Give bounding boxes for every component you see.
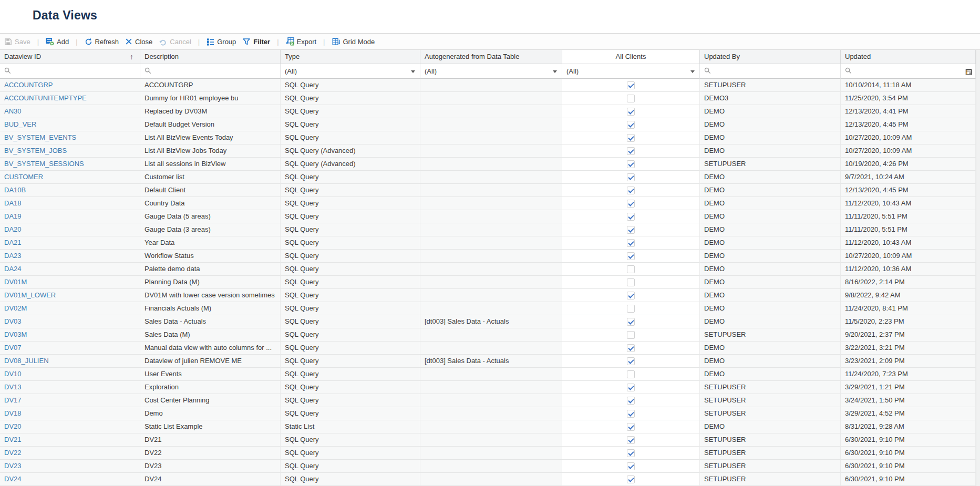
vertical-scrollbar[interactable] [976,50,980,486]
dataview-id-link[interactable]: DV10 [4,370,22,378]
column-header-id[interactable]: Dataview ID↑ [0,50,140,64]
all-clients-checkbox[interactable] [627,173,635,181]
dataview-id-link[interactable]: DV13 [4,383,22,391]
cell-autogenerated [420,158,562,171]
all-clients-checkbox[interactable] [627,292,635,299]
all-clients-checkbox[interactable] [627,200,635,208]
filter-description[interactable] [140,64,281,79]
refresh-button[interactable]: Refresh [85,38,119,46]
dataview-id-link[interactable]: DA21 [4,239,22,246]
filter-type[interactable]: (All) [281,64,420,79]
dataview-id-link[interactable]: DV22 [4,449,22,457]
filter-all_clients[interactable]: (All) [562,64,700,79]
dataview-id-link[interactable]: DV01M [4,278,27,286]
cell-id: BV_SYSTEM_EVENTS [0,131,140,144]
all-clients-checkbox[interactable] [627,475,635,483]
dataview-id-link[interactable]: DV17 [4,396,22,404]
all-clients-checkbox[interactable] [627,278,635,286]
dataview-id-link[interactable]: DV07 [4,344,22,351]
sort-ascending-icon: ↑ [130,50,133,64]
all-clients-checkbox[interactable] [627,213,635,221]
all-clients-checkbox[interactable] [627,239,635,247]
all-clients-checkbox[interactable] [627,252,635,260]
all-clients-checkbox[interactable] [627,449,635,457]
table-row: DV03MSales Data (M)SQL QuerySETUPUSER9/2… [0,328,976,342]
all-clients-checkbox[interactable] [627,187,635,194]
grid-mode-button[interactable]: Grid Mode [332,38,375,46]
dataview-id-link[interactable]: AN30 [4,107,22,115]
cell-autogenerated [420,473,562,486]
column-header-type[interactable]: Type [281,50,420,64]
dataview-id-link[interactable]: ACCOUNTUNITEMPTYPE [4,94,87,102]
dataview-id-link[interactable]: BUD_VER [4,120,36,128]
all-clients-checkbox[interactable] [627,305,635,313]
all-clients-checkbox[interactable] [627,160,635,168]
dataview-id-link[interactable]: DV02M [4,304,27,312]
dataview-id-link[interactable]: DA20 [4,225,22,233]
all-clients-checkbox[interactable] [627,81,635,89]
dataview-id-link[interactable]: DA18 [4,199,22,207]
dataview-id-link[interactable]: DA24 [4,265,22,273]
all-clients-checkbox[interactable] [627,370,635,378]
dataview-id-link[interactable]: DV23 [4,462,22,470]
search-icon [845,67,852,76]
page-title: Data Views [33,8,97,23]
all-clients-checkbox[interactable] [627,436,635,444]
dataview-id-link[interactable]: BV_SYSTEM_EVENTS [4,133,76,141]
all-clients-checkbox[interactable] [627,318,635,326]
column-header-updated_by[interactable]: Updated By [700,50,841,64]
dataview-id-link[interactable]: DA23 [4,252,22,260]
dataview-id-link[interactable]: DA19 [4,212,22,220]
cell-updated_by: DEMO [700,250,841,263]
dataview-id-link[interactable]: DV01M_LOWER [4,291,56,299]
dataview-id-link[interactable]: DV24 [4,475,22,483]
all-clients-checkbox[interactable] [627,344,635,352]
filter-autogenerated[interactable]: (All) [420,64,562,79]
cell-updated_by: DEMO [700,420,841,433]
group-button[interactable]: Group [207,38,236,46]
dataview-id-link[interactable]: DV03 [4,317,22,325]
dataview-id-link[interactable]: DV21 [4,436,22,443]
column-header-description[interactable]: Description [140,50,281,64]
all-clients-checkbox[interactable] [627,423,635,431]
all-clients-checkbox[interactable] [627,384,635,391]
cell-updated: 10/27/2020, 10:09 AM [841,144,976,158]
all-clients-checkbox[interactable] [627,108,635,116]
all-clients-checkbox[interactable] [627,410,635,418]
column-header-all_clients[interactable]: All Clients [562,50,700,64]
all-clients-checkbox[interactable] [627,134,635,142]
cell-all_clients [562,407,700,420]
dataview-id-link[interactable]: BV_SYSTEM_SESSIONS [4,160,84,168]
cell-id: BV_SYSTEM_SESSIONS [0,158,140,171]
all-clients-checkbox[interactable] [627,265,635,273]
dataview-id-link[interactable]: ACCOUNTGRP [4,81,53,89]
dataview-id-link[interactable]: DV20 [4,422,22,430]
all-clients-checkbox[interactable] [627,147,635,155]
filter-updated_by[interactable] [700,64,841,79]
export-button[interactable]: Export [286,37,317,46]
column-header-updated[interactable]: Updated [841,50,976,64]
all-clients-checkbox[interactable] [627,462,635,470]
dataview-id-link[interactable]: CUSTOMER [4,173,43,181]
cell-updated: 12/13/2020, 4:45 PM [841,118,976,131]
all-clients-checkbox[interactable] [627,226,635,234]
dataview-id-link[interactable]: DV18 [4,409,22,417]
dataview-id-link[interactable]: DV03M [4,330,27,338]
filter-button[interactable]: Filter [242,38,270,46]
all-clients-checkbox[interactable] [627,95,635,102]
cell-type: SQL Query [281,197,420,210]
all-clients-checkbox[interactable] [627,121,635,129]
close-button[interactable]: Close [125,38,152,46]
table-row: DV10User EventsSQL QueryDEMO11/24/2020, … [0,368,976,381]
column-header-autogenerated[interactable]: Autogenerated from Data Table [420,50,562,64]
dataview-id-link[interactable]: DA10B [4,186,26,194]
all-clients-checkbox[interactable] [627,397,635,405]
filter-id[interactable] [0,64,140,79]
save-icon [4,38,12,46]
all-clients-checkbox[interactable] [627,357,635,365]
dataview-id-link[interactable]: DV08_JULIEN [4,357,49,365]
filter-updated[interactable] [841,64,976,79]
add-button[interactable]: Add [46,37,69,46]
all-clients-checkbox[interactable] [627,331,635,339]
dataview-id-link[interactable]: BV_SYSTEM_JOBS [4,147,67,154]
